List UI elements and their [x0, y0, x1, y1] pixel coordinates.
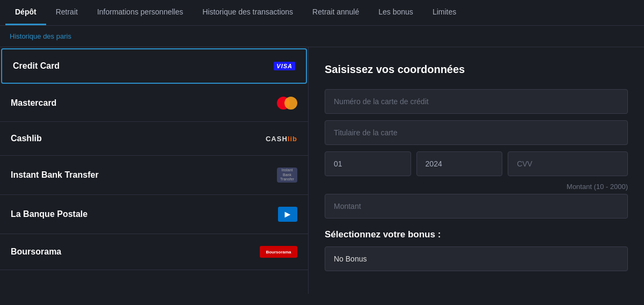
sub-nav: Historique des paris	[0, 26, 644, 47]
tab-retrait-annule[interactable]: Retrait annulé	[303, 0, 369, 25]
card-number-group	[325, 89, 628, 114]
payment-item-banque-postale[interactable]: La Banque Postale ►	[0, 195, 308, 234]
tab-limites[interactable]: Limites	[423, 0, 466, 25]
cvv-input[interactable]	[508, 151, 628, 176]
payment-item-mastercard[interactable]: Mastercard	[0, 85, 308, 122]
cashlib-icon: CASHlib	[266, 135, 297, 143]
payment-item-instant-bank[interactable]: Instant Bank Transfer InstantBankTransfe…	[0, 156, 308, 195]
bonus-section-label: Sélectionnez votre bonus :	[325, 229, 628, 240]
form-title: Saisissez vos coordonnées	[325, 63, 628, 76]
payment-item-cashlib[interactable]: Cashlib CASHlib	[0, 122, 308, 156]
tab-retrait[interactable]: Retrait	[46, 0, 87, 25]
date-cvv-row	[325, 151, 628, 176]
year-input[interactable]	[416, 151, 503, 176]
payment-item-boursorama[interactable]: Boursorama Boursorama	[0, 234, 308, 270]
form-panel: Saisissez vos coordonnées Montant (10 - …	[309, 47, 644, 294]
visa-icon: VISA	[274, 62, 295, 70]
payment-item-credit-card[interactable]: Credit Card VISA	[1, 48, 307, 84]
month-input[interactable]	[325, 151, 411, 176]
payment-label-banque-postale: La Banque Postale	[11, 209, 87, 219]
main-content: Credit Card VISA Mastercard Cashlib CASH…	[0, 47, 644, 294]
mastercard-icon	[277, 97, 297, 110]
top-nav: Dépôt Retrait Informations personnelles …	[0, 0, 644, 26]
card-holder-input[interactable]	[325, 120, 628, 145]
payment-label-boursorama: Boursorama	[11, 247, 61, 257]
card-number-input[interactable]	[325, 89, 628, 114]
tab-depot[interactable]: Dépôt	[5, 0, 46, 25]
payment-label-mastercard: Mastercard	[11, 98, 56, 108]
tab-historique[interactable]: Historique des transactions	[193, 0, 303, 25]
banque-postale-icon: ►	[278, 207, 297, 222]
amount-input[interactable]	[325, 194, 628, 219]
instant-bank-icon: InstantBankTransfer	[277, 168, 297, 183]
tab-informations[interactable]: Informations personnelles	[87, 0, 193, 25]
sub-tab-historique-paris[interactable]: Historique des paris	[5, 30, 76, 42]
payment-label-credit-card: Credit Card	[13, 61, 60, 71]
payment-label-instant-bank: Instant Bank Transfer	[11, 170, 99, 180]
boursorama-icon: Boursorama	[260, 246, 297, 258]
card-holder-group	[325, 120, 628, 145]
payment-label-cashlib: Cashlib	[11, 134, 42, 143]
payment-methods-panel: Credit Card VISA Mastercard Cashlib CASH…	[0, 47, 309, 294]
amount-hint: Montant (10 - 2000)	[325, 183, 628, 191]
bonus-select-group: No Bonus	[325, 246, 628, 271]
tab-bonus[interactable]: Les bonus	[369, 0, 423, 25]
bonus-select[interactable]: No Bonus	[325, 246, 628, 271]
amount-group	[325, 194, 628, 219]
